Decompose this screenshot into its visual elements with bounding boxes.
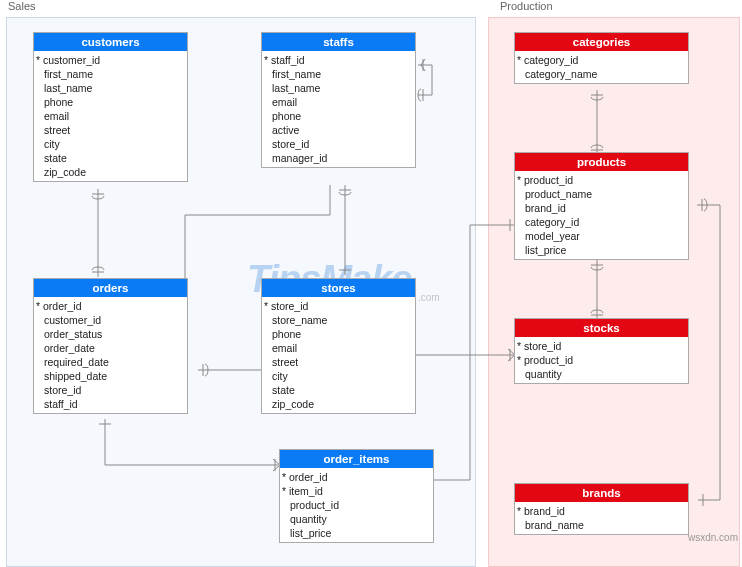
field-staffs-email: email (262, 95, 415, 109)
field-staffs-first_name: first_name (262, 67, 415, 81)
field-products-list_price: list_price (515, 243, 688, 257)
field-order_items-quantity: quantity (280, 512, 433, 526)
field-customers-last_name: last_name (34, 81, 187, 95)
entity-products: products product_idproduct_namebrand_idc… (514, 152, 689, 260)
field-brands-brand_name: brand_name (515, 518, 688, 532)
entity-stocks-body: store_idproduct_idquantity (515, 337, 688, 383)
field-stocks-quantity: quantity (515, 367, 688, 381)
entity-orders-body: order_idcustomer_idorder_statusorder_dat… (34, 297, 187, 413)
field-brands-brand_id: brand_id (515, 504, 688, 518)
schema-label-production: Production (500, 0, 553, 12)
field-orders-order_id: order_id (34, 299, 187, 313)
field-categories-category_name: category_name (515, 67, 688, 81)
footer-credit: wsxdn.com (688, 532, 738, 543)
entity-categories-header: categories (515, 33, 688, 51)
entity-customers-body: customer_idfirst_namelast_namephoneemail… (34, 51, 187, 181)
entity-stocks-header: stocks (515, 319, 688, 337)
entity-staffs-header: staffs (262, 33, 415, 51)
entity-customers: customers customer_idfirst_namelast_name… (33, 32, 188, 182)
field-customers-street: street (34, 123, 187, 137)
entity-order-items-header: order_items (280, 450, 433, 468)
field-customers-zip_code: zip_code (34, 165, 187, 179)
field-products-category_id: category_id (515, 215, 688, 229)
entity-stocks: stocks store_idproduct_idquantity (514, 318, 689, 384)
entity-staffs-body: staff_idfirst_namelast_nameemailphoneact… (262, 51, 415, 167)
field-stocks-store_id: store_id (515, 339, 688, 353)
field-stores-email: email (262, 341, 415, 355)
entity-brands: brands brand_idbrand_name (514, 483, 689, 535)
field-order_items-list_price: list_price (280, 526, 433, 540)
entity-order-items: order_items order_iditem_idproduct_idqua… (279, 449, 434, 543)
field-orders-required_date: required_date (34, 355, 187, 369)
field-customers-customer_id: customer_id (34, 53, 187, 67)
field-customers-state: state (34, 151, 187, 165)
field-orders-store_id: store_id (34, 383, 187, 397)
field-stores-store_id: store_id (262, 299, 415, 313)
field-stores-phone: phone (262, 327, 415, 341)
field-staffs-manager_id: manager_id (262, 151, 415, 165)
entity-categories: categories category_idcategory_name (514, 32, 689, 84)
field-orders-order_date: order_date (34, 341, 187, 355)
field-stores-street: street (262, 355, 415, 369)
entity-products-body: product_idproduct_namebrand_idcategory_i… (515, 171, 688, 259)
field-staffs-active: active (262, 123, 415, 137)
entity-orders-header: orders (34, 279, 187, 297)
field-stocks-product_id: product_id (515, 353, 688, 367)
entity-brands-body: brand_idbrand_name (515, 502, 688, 534)
field-categories-category_id: category_id (515, 53, 688, 67)
field-stores-store_name: store_name (262, 313, 415, 327)
field-order_items-item_id: item_id (280, 484, 433, 498)
entity-brands-header: brands (515, 484, 688, 502)
field-products-brand_id: brand_id (515, 201, 688, 215)
entity-orders: orders order_idcustomer_idorder_statusor… (33, 278, 188, 414)
entity-staffs: staffs staff_idfirst_namelast_nameemailp… (261, 32, 416, 168)
schema-label-sales: Sales (8, 0, 36, 12)
field-products-product_id: product_id (515, 173, 688, 187)
entity-categories-body: category_idcategory_name (515, 51, 688, 83)
entity-order-items-body: order_iditem_idproduct_idquantitylist_pr… (280, 468, 433, 542)
field-customers-phone: phone (34, 95, 187, 109)
field-orders-order_status: order_status (34, 327, 187, 341)
field-stores-zip_code: zip_code (262, 397, 415, 411)
field-customers-city: city (34, 137, 187, 151)
field-stores-state: state (262, 383, 415, 397)
field-orders-customer_id: customer_id (34, 313, 187, 327)
field-staffs-staff_id: staff_id (262, 53, 415, 67)
field-orders-shipped_date: shipped_date (34, 369, 187, 383)
field-customers-first_name: first_name (34, 67, 187, 81)
field-customers-email: email (34, 109, 187, 123)
entity-stores-header: stores (262, 279, 415, 297)
field-stores-city: city (262, 369, 415, 383)
entity-stores: stores store_idstore_namephoneemailstree… (261, 278, 416, 414)
field-order_items-order_id: order_id (280, 470, 433, 484)
field-products-model_year: model_year (515, 229, 688, 243)
field-staffs-phone: phone (262, 109, 415, 123)
field-staffs-last_name: last_name (262, 81, 415, 95)
entity-products-header: products (515, 153, 688, 171)
entity-stores-body: store_idstore_namephoneemailstreetcityst… (262, 297, 415, 413)
field-order_items-product_id: product_id (280, 498, 433, 512)
field-products-product_name: product_name (515, 187, 688, 201)
field-staffs-store_id: store_id (262, 137, 415, 151)
entity-customers-header: customers (34, 33, 187, 51)
field-orders-staff_id: staff_id (34, 397, 187, 411)
